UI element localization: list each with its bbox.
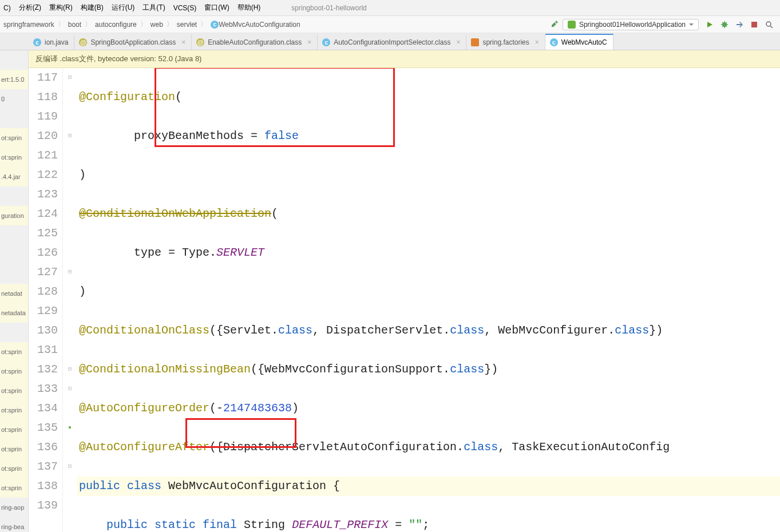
menu-item[interactable]: VCS(S) — [173, 4, 197, 12]
project-panel-clip[interactable]: ert:1.5.00ot:sprinot:sprin.4.4.jargurati… — [0, 50, 29, 532]
run-button[interactable] — [703, 18, 716, 31]
tab-active[interactable]: cWebMvcAutoC — [545, 34, 613, 50]
crumb-item[interactable]: boot — [68, 21, 81, 29]
fold-marker[interactable] — [63, 399, 77, 418]
fold-marker[interactable] — [63, 282, 77, 301]
project-row[interactable] — [0, 264, 28, 284]
project-row[interactable]: ot:sprin — [0, 362, 28, 381]
line-number[interactable]: 123 — [29, 185, 58, 204]
line-number[interactable]: 138 — [29, 477, 58, 496]
line-number[interactable]: 130 — [29, 321, 58, 340]
fold-column[interactable]: ⊟⊟⊟⊟⊡●⊟ — [63, 68, 77, 532]
menu-item[interactable]: 分析(Z) — [19, 3, 41, 13]
project-row[interactable]: .4.4.jar — [0, 167, 28, 186]
project-row[interactable]: ot:sprin — [0, 420, 28, 439]
menu-item[interactable]: 窗口(W) — [204, 3, 229, 13]
project-row[interactable]: ot:sprin — [0, 342, 28, 362]
fold-marker[interactable]: ⊟ — [63, 126, 77, 146]
menu-item[interactable]: 运行(U) — [112, 3, 135, 13]
line-number[interactable]: 121 — [29, 146, 58, 165]
code-viewport[interactable]: 1171181191201211221231241251261271281291… — [29, 68, 780, 532]
fold-marker[interactable] — [63, 224, 77, 243]
crumb-item[interactable]: web — [151, 21, 163, 29]
debug-button[interactable] — [718, 18, 731, 31]
code[interactable]: @Configuration( proxyBeanMethods = false… — [77, 68, 780, 532]
crumb-item[interactable]: autoconfigure — [95, 21, 137, 29]
run-config-selector[interactable]: Springboot01HelloworldApplication — [563, 19, 699, 30]
line-number[interactable]: 125 — [29, 224, 58, 243]
crumb-item[interactable]: springframework — [3, 21, 54, 29]
search-button[interactable] — [763, 18, 775, 31]
line-number[interactable]: 139 — [29, 496, 58, 515]
fold-marker[interactable] — [63, 107, 77, 126]
fold-marker[interactable] — [63, 88, 77, 107]
project-row[interactable] — [0, 225, 28, 245]
line-number[interactable]: 117 — [29, 68, 58, 88]
fold-marker[interactable]: ⊟ — [63, 457, 77, 477]
project-row[interactable]: netadat — [0, 284, 28, 303]
line-number[interactable]: 119 — [29, 107, 58, 126]
line-number[interactable]: 132 — [29, 360, 58, 379]
fold-marker[interactable] — [63, 321, 77, 340]
project-row[interactable]: ot:sprin — [0, 128, 28, 148]
project-row[interactable] — [0, 109, 28, 128]
fold-marker[interactable] — [63, 496, 77, 515]
line-number[interactable]: 133 — [29, 379, 58, 399]
fold-marker[interactable] — [63, 438, 77, 457]
build-button[interactable] — [549, 18, 561, 31]
fold-marker[interactable]: ⊡ — [63, 379, 77, 399]
project-row[interactable]: ring-aop — [0, 498, 28, 517]
fold-marker[interactable] — [63, 185, 77, 204]
fold-marker[interactable] — [63, 340, 77, 360]
line-number[interactable]: 135 — [29, 418, 58, 438]
fold-marker[interactable]: ⊟ — [63, 263, 77, 282]
fold-marker[interactable] — [63, 243, 77, 263]
fold-marker[interactable]: ⊟ — [63, 68, 77, 88]
menu-item[interactable]: 重构(R) — [49, 3, 73, 13]
project-row[interactable] — [0, 50, 28, 70]
fold-marker[interactable] — [63, 146, 77, 165]
fold-marker[interactable] — [63, 301, 77, 321]
line-number-gutter[interactable]: 1171181191201211221231241251261271281291… — [29, 68, 63, 532]
tab[interactable]: spring.factories× — [466, 35, 545, 50]
project-row[interactable]: ot:sprin — [0, 439, 28, 459]
project-row[interactable]: ot:sprin — [0, 459, 28, 478]
run-coverage-button[interactable] — [733, 18, 746, 31]
line-number[interactable]: 129 — [29, 301, 58, 321]
line-number[interactable]: 131 — [29, 340, 58, 360]
tab[interactable]: cAutoConfigurationImportSelector.class× — [318, 35, 466, 50]
tab[interactable]: @SpringBootApplication.class× — [74, 35, 192, 50]
crumb-item[interactable]: servlet — [177, 21, 197, 29]
line-number[interactable]: 124 — [29, 204, 58, 224]
close-icon[interactable]: × — [535, 38, 539, 46]
menu-item[interactable]: 构建(B) — [81, 3, 104, 13]
tab[interactable]: @EnableAutoConfiguration.class× — [192, 35, 318, 50]
line-number[interactable]: 122 — [29, 165, 58, 185]
menu-item[interactable]: 帮助(H) — [237, 3, 261, 13]
project-row[interactable]: ot:sprin — [0, 478, 28, 498]
line-number[interactable]: 126 — [29, 243, 58, 263]
tab[interactable]: cion.java — [29, 35, 74, 50]
fold-marker[interactable]: ⊟ — [63, 360, 77, 379]
line-number[interactable]: 137 — [29, 457, 58, 477]
line-number[interactable]: 120 — [29, 126, 58, 146]
project-row[interactable] — [0, 323, 28, 342]
menu-item[interactable]: C) — [3, 4, 11, 12]
line-number[interactable]: 118 — [29, 88, 58, 107]
fold-marker[interactable] — [63, 477, 77, 496]
project-row[interactable] — [0, 245, 28, 264]
fold-marker[interactable]: ● — [63, 418, 77, 438]
breadcrumb[interactable]: springframework〉 boot〉 autoconfigure〉 we… — [3, 19, 300, 29]
project-row[interactable]: ring-bea — [0, 517, 28, 532]
project-row[interactable]: 0 — [0, 89, 28, 109]
fold-marker[interactable] — [63, 204, 77, 224]
line-number[interactable]: 127 — [29, 263, 58, 282]
menu-item[interactable]: 工具(T) — [142, 3, 165, 13]
project-row[interactable]: ot:sprin — [0, 400, 28, 420]
stop-button[interactable] — [748, 18, 761, 31]
project-row[interactable]: ot:sprin — [0, 148, 28, 167]
close-icon[interactable]: × — [181, 38, 185, 46]
project-row[interactable]: guration — [0, 206, 28, 225]
fold-marker[interactable] — [63, 165, 77, 185]
project-row[interactable]: ert:1.5.0 — [0, 70, 28, 89]
